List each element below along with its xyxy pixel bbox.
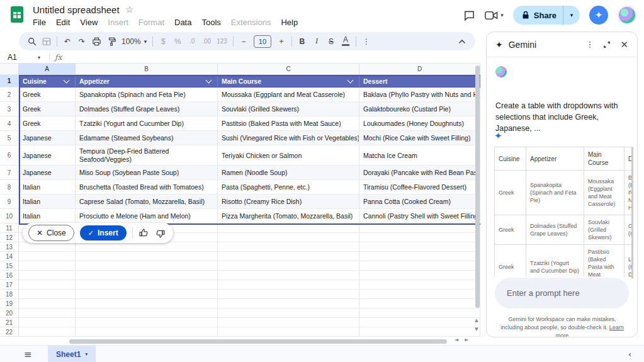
cell[interactable]: Cannoli (Pastry Shell with Sweet Filling… (359, 209, 480, 223)
cell[interactable]: Prosciutto e Melone (Ham and Melon) (76, 209, 218, 223)
cell[interactable] (76, 271, 218, 280)
cell[interactable] (359, 299, 480, 308)
scroll-left-icon[interactable]: ◄ (455, 337, 458, 342)
cell[interactable]: Moussaka (Eggplant and Meat Casserole) (218, 88, 359, 102)
column-header-c[interactable]: C (218, 64, 359, 75)
row-header[interactable]: 13 (0, 242, 19, 252)
thumbs-down-icon[interactable] (155, 228, 166, 239)
table-header-cell[interactable]: Appetizer (76, 75, 218, 88)
cell[interactable]: Greek (19, 116, 76, 131)
star-icon[interactable]: ☆ (126, 4, 134, 14)
insert-button[interactable]: ✓ Insert (80, 225, 127, 240)
table-header-cell[interactable]: Cuisine (19, 75, 76, 88)
cell[interactable]: Edamame (Steamed Soybeans) (76, 131, 218, 145)
thumbs-up-icon[interactable] (138, 228, 149, 239)
scroll-right-icon[interactable]: ► (465, 337, 468, 342)
video-dropdown-icon[interactable]: ▾ (500, 12, 504, 18)
cell[interactable] (359, 290, 480, 299)
cell[interactable]: Loukoumades (Honey Doughnuts) (359, 116, 480, 131)
cell[interactable]: Matcha Ice Cream (359, 145, 480, 166)
gemini-prompt-input[interactable] (495, 278, 629, 308)
row-header[interactable]: 21 (0, 318, 19, 327)
video-call-button[interactable]: ▾ (485, 11, 504, 20)
share-button[interactable]: Share ▾ (513, 6, 580, 25)
cell[interactable] (218, 327, 359, 337)
cell[interactable] (19, 252, 76, 261)
sheet-tab[interactable]: Sheet1 ▾ (48, 346, 96, 362)
cell[interactable]: Teriyaki Chicken or Salmon (218, 145, 359, 166)
cell[interactable] (19, 261, 76, 271)
increase-font-size-button[interactable]: + (277, 37, 286, 46)
row-header[interactable]: 2 (0, 88, 19, 102)
menu-tools[interactable]: Tools (196, 17, 225, 28)
cell[interactable] (359, 327, 480, 337)
more-icon[interactable]: ⋮ (362, 37, 371, 46)
undo-icon[interactable]: ↶ (63, 37, 72, 46)
cell[interactable]: Pastitsio (Baked Pasta with Meat Sauce) (218, 116, 359, 131)
cell[interactable] (76, 252, 218, 261)
sheet-tab-dropdown-icon[interactable]: ▾ (85, 351, 88, 357)
row-header[interactable]: 10 (0, 209, 19, 223)
cell[interactable] (76, 318, 218, 327)
menu-data[interactable]: Data (169, 17, 196, 28)
cell[interactable]: Risotto (Creamy Rice Dish) (218, 195, 359, 209)
paint-format-icon[interactable] (107, 37, 116, 46)
table-header-cell[interactable]: Dessert (359, 75, 480, 88)
cell[interactable] (19, 308, 76, 318)
column-header-a[interactable]: A (19, 64, 76, 75)
cell[interactable]: Tiramisu (Coffee-Flavored Dessert) (359, 180, 480, 195)
cell[interactable] (19, 327, 76, 337)
decrease-font-size-button[interactable]: − (239, 37, 248, 46)
table-header-cell[interactable]: Main Course (218, 75, 359, 88)
cell[interactable] (19, 271, 76, 280)
print-icon[interactable] (92, 37, 101, 46)
cell[interactable] (359, 280, 480, 290)
strikethrough-button[interactable]: S (327, 37, 336, 46)
cell[interactable] (359, 233, 480, 242)
scroll-up-icon[interactable]: ▲ (475, 318, 478, 323)
row-header[interactable]: 18 (0, 290, 19, 299)
row-header[interactable]: 7 (0, 166, 19, 180)
zoom-selector[interactable]: 100% ▾ (121, 37, 147, 46)
cell[interactable] (359, 252, 480, 261)
cell[interactable] (19, 290, 76, 299)
cell[interactable] (218, 223, 359, 233)
cell[interactable]: Baklava (Phyllo Pastry with Nuts and Hon… (359, 88, 480, 102)
cell[interactable] (359, 261, 480, 271)
row-header[interactable]: 15 (0, 261, 19, 271)
corner-cell[interactable] (0, 64, 19, 75)
bold-button[interactable]: B (298, 37, 307, 46)
gemini-icon[interactable]: ✦ (589, 6, 608, 25)
percent-format-button[interactable]: % (173, 37, 182, 46)
cell[interactable] (218, 318, 359, 327)
row-header[interactable]: 12 (0, 233, 19, 242)
cell[interactable] (218, 271, 359, 280)
menu-edit[interactable]: Edit (51, 17, 75, 28)
name-box-dropdown-icon[interactable]: ▾ (38, 55, 40, 60)
cell[interactable]: Mochi (Rice Cake with Sweet Filling) (359, 131, 480, 145)
redo-icon[interactable]: ↷ (77, 37, 86, 46)
row-header[interactable]: 11 (0, 223, 19, 233)
account-avatar[interactable] (618, 6, 636, 25)
comment-icon[interactable] (463, 9, 475, 21)
cell[interactable] (76, 290, 218, 299)
column-header-b[interactable]: B (76, 64, 218, 75)
cell[interactable]: Japanese (19, 145, 76, 166)
cell[interactable] (218, 261, 359, 271)
cell[interactable]: Pasta (Spaghetti, Penne, etc.) (218, 180, 359, 195)
cell[interactable]: Dorayaki (Pancake with Red Bean Paste) (359, 166, 480, 180)
row-header[interactable]: 22 (0, 327, 19, 337)
dropdown-chevron-icon[interactable] (206, 77, 212, 83)
menu-help[interactable]: Help (276, 17, 303, 28)
share-dropdown-icon[interactable]: ▾ (563, 12, 580, 18)
cell[interactable] (76, 299, 218, 308)
more-vertical-icon[interactable]: ⋮ (585, 40, 594, 49)
horizontal-scrollbar[interactable] (69, 339, 447, 344)
cell[interactable] (218, 299, 359, 308)
font-size-input[interactable]: 10 (254, 35, 271, 48)
number-format-button[interactable]: 123 (217, 38, 227, 45)
row-header[interactable]: 5 (0, 131, 19, 145)
cell[interactable] (19, 280, 76, 290)
horizontal-scroll-arrows[interactable]: ◄► (455, 337, 468, 342)
cell[interactable]: Italian (19, 195, 76, 209)
